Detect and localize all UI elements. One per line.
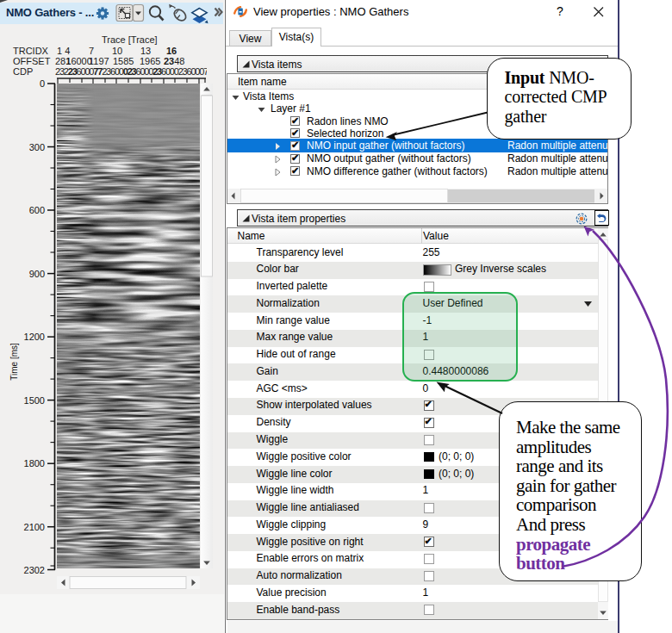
svg-text:1200: 1200 — [24, 332, 45, 342]
svg-text:0: 0 — [40, 78, 45, 89]
svg-text:900: 900 — [29, 269, 45, 279]
svg-text:600: 600 — [29, 205, 45, 215]
svg-text:2302: 2302 — [24, 565, 45, 575]
svg-text:300: 300 — [29, 142, 45, 152]
svg-text:2100: 2100 — [24, 522, 45, 532]
svg-text:Time [ms]: Time [ms] — [9, 343, 19, 381]
svg-text:1500: 1500 — [24, 395, 45, 406]
svg-text:1800: 1800 — [24, 458, 45, 469]
